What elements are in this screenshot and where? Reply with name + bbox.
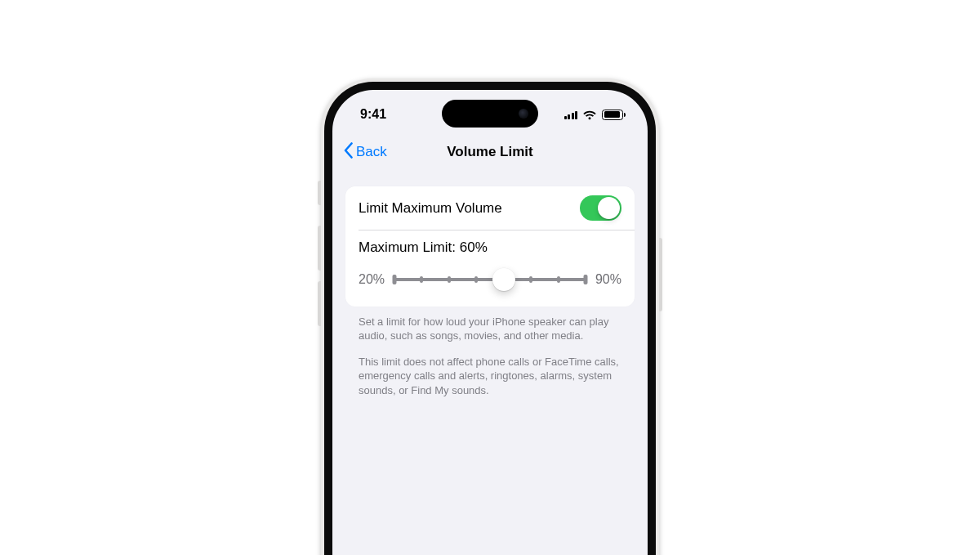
toggle-thumb xyxy=(598,197,620,219)
volume-down-button xyxy=(318,281,321,326)
side-power-button xyxy=(659,238,662,311)
slider-group: Maximum Limit: 60% 20% 90% xyxy=(345,231,635,307)
canvas: 9:41 xyxy=(0,0,980,555)
slider-title: Maximum Limit: 60% xyxy=(359,239,621,256)
footnote-paragraph-2: This limit does not affect phone calls o… xyxy=(359,355,621,398)
slider-thumb xyxy=(492,268,515,291)
slider-track xyxy=(394,278,586,281)
chevron-left-icon xyxy=(344,142,354,163)
content: Limit Maximum Volume Maximum Limit: 60% … xyxy=(332,178,648,555)
status-bar: 9:41 xyxy=(332,90,648,134)
volume-up-button xyxy=(318,226,321,271)
phone-frame: 9:41 xyxy=(321,78,659,555)
footnote-paragraph-1: Set a limit for how loud your iPhone spe… xyxy=(359,315,621,343)
limit-toggle[interactable] xyxy=(580,195,621,221)
status-time: 9:41 xyxy=(360,107,386,122)
phone-bezel: 9:41 xyxy=(324,82,656,555)
wifi-icon xyxy=(582,110,597,120)
footnote: Set a limit for how loud your iPhone spe… xyxy=(345,307,635,398)
battery-icon xyxy=(602,110,623,120)
mute-switch xyxy=(318,181,321,205)
slider-row: 20% 90% xyxy=(359,267,621,292)
cellular-signal-icon xyxy=(564,110,578,119)
slider-max-label: 90% xyxy=(595,272,621,287)
page-title: Volume Limit xyxy=(447,144,532,160)
nav-bar: Back Volume Limit xyxy=(332,134,648,170)
settings-card: Limit Maximum Volume Maximum Limit: 60% … xyxy=(345,186,635,307)
limit-toggle-label: Limit Maximum Volume xyxy=(359,200,502,217)
slider-min-label: 20% xyxy=(359,272,385,287)
back-button[interactable]: Back xyxy=(341,134,390,170)
limit-toggle-row: Limit Maximum Volume xyxy=(345,186,635,230)
back-label: Back xyxy=(356,144,387,160)
status-right xyxy=(564,110,624,120)
volume-limit-slider[interactable] xyxy=(394,267,586,292)
screen: 9:41 xyxy=(332,90,648,555)
